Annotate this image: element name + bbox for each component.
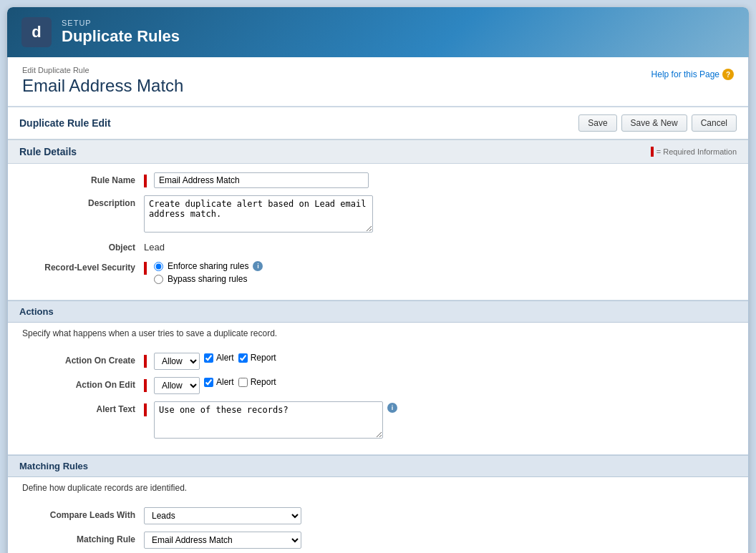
action-create-value: Allow Block Alert Report — [144, 353, 734, 370]
edit-alert-text: Alert — [216, 377, 234, 387]
action-edit-row: Action On Edit Allow Block Alert Report — [22, 377, 734, 394]
rule-name-row: Rule Name — [22, 172, 734, 188]
matching-rule-value: Email Address Match — [144, 532, 734, 549]
create-report-checkbox[interactable] — [238, 353, 248, 363]
rule-name-label: Rule Name — [22, 172, 144, 185]
app-header: d SETUP Duplicate Rules — [7, 7, 749, 57]
app-title-block: SETUP Duplicate Rules — [62, 19, 180, 46]
enforce-label: Enforce sharing rules — [168, 261, 248, 271]
rule-details-title: Rule Details — [19, 146, 77, 157]
matching-rules-intro-text: Define how duplicate records are identif… — [22, 483, 187, 493]
rule-details-content: Rule Name Description Create duplicate a… — [8, 164, 748, 300]
bypass-label: Bypass sharing rules — [168, 274, 247, 284]
matching-rule-select[interactable]: Email Address Match — [144, 532, 301, 549]
alert-text-label: Alert Text — [22, 401, 144, 414]
alert-text-required — [144, 403, 147, 416]
required-legend-text: = Required Information — [656, 147, 737, 156]
app-container: d SETUP Duplicate Rules Edit Duplicate R… — [7, 7, 749, 553]
compare-row: Compare Leads With Leads Contacts — [22, 507, 734, 524]
matching-rules-content: Compare Leads With Leads Contacts Matchi… — [8, 499, 748, 553]
matching-rules-title: Matching Rules — [19, 461, 88, 471]
app-logo: d — [21, 17, 52, 47]
security-value: Enforce sharing rules i Bypass sharing r… — [144, 260, 734, 284]
actions-content: Action On Create Allow Block Alert Repor… — [8, 344, 748, 454]
action-create-select[interactable]: Allow Block — [154, 353, 200, 370]
radio-group: Enforce sharing rules i Bypass sharing r… — [154, 260, 263, 284]
action-edit-value: Allow Block Alert Report — [144, 377, 734, 394]
create-report-text: Report — [251, 353, 276, 363]
description-value: Create duplicate alert based on Lead ema… — [144, 195, 734, 233]
matching-rules-intro: Define how duplicate records are identif… — [8, 477, 748, 499]
security-required — [144, 262, 147, 275]
rule-details-header: Rule Details = Required Information — [8, 140, 748, 164]
actions-intro-text: Specify what happens when a user tries t… — [22, 328, 277, 338]
create-report-label[interactable]: Report — [238, 353, 276, 363]
toolbar-bar: Duplicate Rule Edit Save Save & New Canc… — [8, 107, 748, 140]
required-bar-icon — [651, 147, 654, 157]
create-alert-text: Alert — [216, 353, 234, 363]
help-link-text: Help for this Page — [651, 69, 719, 79]
matching-rules-header: Matching Rules — [8, 455, 748, 477]
object-label: Object — [22, 240, 144, 253]
bypass-radio[interactable] — [154, 275, 163, 284]
edit-report-label[interactable]: Report — [238, 377, 276, 387]
page-header: Edit Duplicate Rule Email Address Match … — [8, 57, 748, 107]
object-value: Lead — [144, 240, 734, 253]
enforce-info-icon[interactable]: i — [253, 261, 263, 271]
actions-title: Actions — [19, 306, 54, 317]
help-link[interactable]: Help for this Page ? — [651, 69, 734, 80]
save-new-button[interactable]: Save & New — [621, 114, 687, 132]
help-icon: ? — [722, 69, 734, 80]
description-input[interactable]: Create duplicate alert based on Lead ema… — [144, 195, 373, 233]
compare-select[interactable]: Leads Contacts — [144, 507, 301, 524]
page-header-left: Edit Duplicate Rule Email Address Match — [22, 66, 183, 96]
setup-label: SETUP — [62, 19, 180, 27]
object-row: Object Lead — [22, 240, 734, 253]
alert-text-value: Use one of these records? i — [144, 401, 734, 439]
description-row: Description Create duplicate alert based… — [22, 195, 734, 233]
matching-rule-row: Matching Rule Email Address Match — [22, 532, 734, 549]
action-edit-select[interactable]: Allow Block — [154, 377, 200, 394]
actions-intro: Specify what happens when a user tries t… — [8, 323, 748, 344]
matching-rule-label: Matching Rule — [22, 532, 144, 544]
required-legend: = Required Information — [651, 147, 737, 157]
main-container: Edit Duplicate Rule Email Address Match … — [7, 57, 749, 553]
rule-name-value — [144, 172, 734, 188]
edit-alert-label[interactable]: Alert — [204, 377, 234, 387]
enforce-radio-row: Enforce sharing rules i — [154, 261, 263, 271]
create-alert-label[interactable]: Alert — [204, 353, 234, 363]
toolbar-section-title: Duplicate Rule Edit — [19, 117, 111, 129]
alert-text-input[interactable]: Use one of these records? — [154, 401, 383, 439]
edit-label: Edit Duplicate Rule — [22, 66, 183, 74]
app-title: Duplicate Rules — [62, 27, 180, 46]
action-edit-label: Action On Edit — [22, 377, 144, 390]
save-button[interactable]: Save — [578, 114, 616, 132]
rule-name-required — [144, 175, 147, 187]
edit-report-checkbox[interactable] — [238, 378, 248, 387]
alert-text-info-icon[interactable]: i — [387, 403, 397, 413]
actions-header: Actions — [8, 300, 748, 323]
action-create-row: Action On Create Allow Block Alert Repor… — [22, 353, 734, 370]
description-label: Description — [22, 195, 144, 208]
cancel-button[interactable]: Cancel — [692, 114, 737, 132]
create-alert-checkbox[interactable] — [204, 353, 213, 363]
edit-report-text: Report — [251, 377, 276, 387]
edit-alert-checkbox[interactable] — [204, 378, 213, 387]
action-create-label: Action On Create — [22, 353, 144, 366]
action-create-required — [144, 355, 147, 368]
enforce-radio[interactable] — [154, 262, 163, 271]
compare-value: Leads Contacts — [144, 507, 734, 524]
alert-text-row: Alert Text Use one of these records? i — [22, 401, 734, 439]
toolbar-buttons: Save Save & New Cancel — [578, 114, 737, 132]
security-label: Record-Level Security — [22, 260, 144, 273]
rule-name-input[interactable] — [154, 172, 369, 188]
page-title: Email Address Match — [22, 76, 183, 96]
object-static: Lead — [144, 240, 165, 253]
security-row: Record-Level Security Enforce sharing ru… — [22, 260, 734, 284]
action-edit-required — [144, 379, 147, 392]
compare-label: Compare Leads With — [22, 507, 144, 520]
bypass-radio-row: Bypass sharing rules — [154, 274, 263, 284]
